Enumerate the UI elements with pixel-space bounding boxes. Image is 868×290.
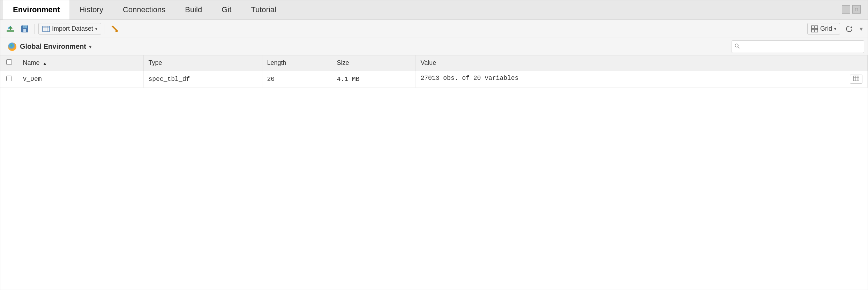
toolbar-right: Grid ▾ ▾: [807, 23, 864, 35]
global-environment-selector[interactable]: Global Environment ▾: [4, 40, 95, 53]
svg-rect-6: [43, 26, 50, 32]
svg-rect-15: [811, 29, 814, 32]
svg-marker-17: [850, 26, 852, 28]
svg-rect-21: [853, 76, 859, 81]
environment-table-container: Name ▲ Type Length Size Value: [0, 55, 868, 290]
refresh-options-arrow: ▾: [858, 25, 864, 33]
minimize-button[interactable]: —: [842, 5, 850, 14]
header-checkbox-cell: [0, 55, 18, 71]
search-icon: [734, 43, 740, 50]
svg-rect-3: [23, 25, 27, 28]
save-icon: [21, 25, 29, 33]
toolbar-separator-2: [105, 24, 105, 34]
svg-line-20: [738, 47, 739, 48]
environment-table: Name ▲ Type Length Size Value: [0, 55, 868, 88]
header-type: Type: [143, 55, 262, 71]
row-value: 27013 obs. of 20 variables: [416, 71, 868, 87]
tab-connections[interactable]: Connections: [113, 0, 175, 20]
header-value: Value: [416, 55, 868, 71]
svg-rect-14: [815, 26, 818, 29]
grid-dropdown-arrow: ▾: [834, 26, 836, 31]
svg-line-10: [112, 26, 117, 31]
svg-rect-12: [115, 30, 118, 32]
table-row: V_Dem spec_tbl_df 20 4.1 MB 27013 obs. o…: [0, 71, 868, 87]
svg-rect-4: [23, 29, 26, 32]
header-size: Size: [332, 55, 416, 71]
table-header-row: Name ▲ Type Length Size Value: [0, 55, 868, 71]
svg-rect-13: [811, 26, 814, 29]
refresh-icon: [845, 25, 853, 33]
tab-git[interactable]: Git: [212, 0, 241, 20]
tab-bar: Environment History Connections Build Gi…: [0, 0, 868, 20]
row-length: 20: [262, 71, 332, 87]
view-data-button[interactable]: [850, 75, 862, 84]
rstudio-environment-panel: Environment History Connections Build Gi…: [0, 0, 868, 290]
tab-tutorial[interactable]: Tutorial: [241, 0, 286, 20]
search-box: [732, 40, 864, 53]
tab-history[interactable]: History: [69, 0, 113, 20]
environment-dropdown-arrow: ▾: [89, 44, 91, 49]
tab-build[interactable]: Build: [175, 0, 212, 20]
svg-point-18: [8, 43, 16, 51]
row-checkbox-cell: [0, 71, 18, 87]
header-name[interactable]: Name ▲: [18, 55, 143, 71]
table-view-icon: [853, 76, 859, 81]
maximize-button[interactable]: □: [852, 5, 861, 14]
row-name: V_Dem: [18, 71, 143, 87]
environment-selector-row: Global Environment ▾: [0, 38, 868, 55]
window-controls: — □: [842, 5, 861, 14]
toolbar-separator-1: [35, 24, 35, 34]
svg-line-11: [113, 26, 118, 31]
grid-view-button[interactable]: Grid ▾: [807, 23, 840, 35]
import-dataset-label: Import Dataset: [52, 25, 93, 32]
svg-rect-16: [815, 29, 818, 32]
name-sort-arrow: ▲: [43, 61, 47, 66]
grid-label: Grid: [820, 25, 832, 32]
environment-name: Global Environment: [20, 43, 86, 51]
import-icon: [42, 26, 50, 32]
grid-icon: [811, 25, 818, 32]
row-size: 4.1 MB: [332, 71, 416, 87]
environment-icon: [7, 42, 17, 52]
clear-console-button[interactable]: [108, 23, 121, 35]
save-workspace-button[interactable]: [18, 23, 31, 35]
load-icon: [6, 25, 15, 33]
load-workspace-button[interactable]: [4, 24, 17, 34]
import-dataset-button[interactable]: Import Dataset ▾: [38, 23, 101, 35]
select-all-checkbox[interactable]: [6, 59, 12, 65]
svg-rect-5: [24, 26, 24, 28]
import-dropdown-arrow: ▾: [95, 26, 97, 31]
svg-marker-1: [8, 26, 13, 30]
tab-environment[interactable]: Environment: [3, 0, 69, 20]
refresh-button[interactable]: [842, 23, 856, 35]
search-input[interactable]: [732, 40, 864, 53]
header-length: Length: [262, 55, 332, 71]
brush-icon: [111, 25, 119, 33]
row-checkbox[interactable]: [6, 76, 12, 81]
toolbar: Import Dataset ▾ Grid ▾: [0, 20, 868, 38]
row-type: spec_tbl_df: [143, 71, 262, 87]
